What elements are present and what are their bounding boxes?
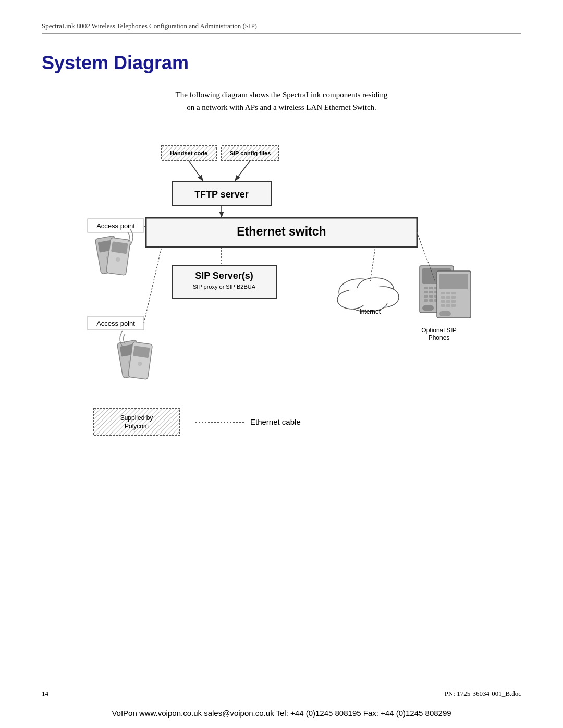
svg-line-6 [235, 161, 250, 181]
svg-rect-47 [424, 291, 428, 293]
svg-rect-63 [446, 296, 450, 299]
svg-line-22 [144, 247, 162, 323]
svg-rect-54 [429, 299, 433, 302]
svg-rect-66 [446, 300, 450, 303]
svg-text:Handset code: Handset code [170, 150, 207, 156]
part-number: PN: 1725-36034-001_B.doc [445, 689, 521, 698]
svg-text:Polycom: Polycom [125, 423, 149, 430]
svg-rect-27 [111, 241, 128, 254]
svg-rect-64 [451, 296, 456, 299]
svg-rect-44 [424, 287, 428, 289]
svg-rect-71 [439, 311, 451, 316]
svg-rect-69 [446, 304, 450, 307]
svg-rect-53 [424, 299, 428, 302]
svg-rect-56 [422, 305, 434, 311]
svg-rect-45 [429, 287, 433, 289]
svg-rect-58 [439, 274, 468, 289]
svg-text:Supplied by: Supplied by [120, 414, 153, 422]
page-title: System Diagram [42, 52, 189, 74]
intro-line2: on a network with APs and a wireless LAN… [187, 103, 376, 112]
header-text: SpectraLink 8002 Wireless Telephones Con… [42, 22, 257, 30]
svg-text:Phones: Phones [429, 334, 450, 341]
svg-text:Access point: Access point [96, 319, 135, 327]
svg-rect-67 [451, 300, 456, 303]
svg-rect-51 [429, 295, 433, 298]
svg-text:Ethernet switch: Ethernet switch [237, 225, 326, 238]
svg-text:SIP proxy or SIP B2BUA: SIP proxy or SIP B2BUA [193, 283, 256, 290]
svg-line-75 [370, 247, 375, 281]
svg-rect-48 [429, 291, 433, 293]
svg-text:Access point: Access point [96, 222, 135, 230]
svg-rect-33 [133, 346, 150, 358]
svg-rect-76 [94, 409, 180, 436]
svg-rect-60 [446, 292, 450, 294]
svg-text:SIP config files: SIP config files [230, 150, 271, 156]
svg-text:internet: internet [360, 308, 381, 315]
svg-rect-62 [441, 296, 445, 299]
svg-rect-50 [424, 295, 428, 298]
svg-rect-68 [441, 304, 445, 307]
svg-point-40 [344, 287, 396, 305]
svg-text:Ethernet cable: Ethernet cable [250, 417, 301, 426]
svg-rect-61 [451, 292, 456, 294]
intro-line1: The following diagram shows the SpectraL… [176, 91, 388, 99]
footer-divider [42, 686, 521, 686]
svg-rect-70 [451, 304, 456, 307]
svg-line-5 [189, 161, 203, 181]
svg-text:TFTP server: TFTP server [194, 189, 249, 200]
svg-text:SIP Server(s): SIP Server(s) [195, 270, 253, 281]
svg-text:Optional SIP: Optional SIP [421, 327, 456, 334]
svg-rect-65 [441, 300, 445, 303]
page-number: 14 [42, 689, 48, 698]
svg-rect-59 [441, 292, 445, 294]
system-diagram: Handset code SIP config files TFTP serve… [42, 135, 521, 448]
page-header: SpectraLink 8002 Wireless Telephones Con… [42, 21, 521, 34]
footer-bar: VoIPon www.voipon.co.uk sales@voipon.co.… [0, 709, 563, 718]
intro-paragraph: The following diagram shows the SpectraL… [73, 89, 490, 114]
